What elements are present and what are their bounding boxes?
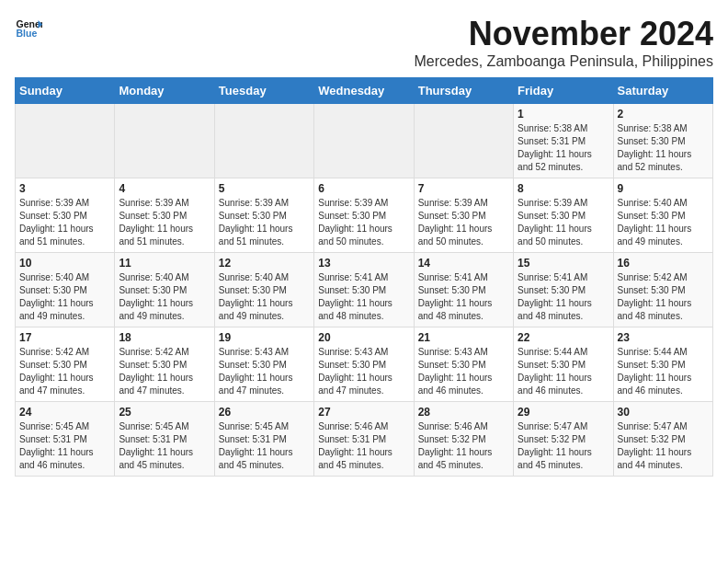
table-row: 6Sunrise: 5:39 AMSunset: 5:30 PMDaylight… xyxy=(314,178,414,253)
table-row: 1Sunrise: 5:38 AMSunset: 5:31 PMDaylight… xyxy=(514,104,613,178)
table-row: 21Sunrise: 5:43 AMSunset: 5:30 PMDayligh… xyxy=(414,327,513,402)
day-number: 27 xyxy=(318,406,409,419)
header-wednesday: Wednesday xyxy=(314,78,414,104)
day-number: 15 xyxy=(518,257,609,270)
calendar-table: Sunday Monday Tuesday Wednesday Thursday… xyxy=(15,77,713,477)
day-info: Sunrise: 5:46 AMSunset: 5:32 PMDaylight:… xyxy=(418,420,509,472)
day-number: 22 xyxy=(518,331,609,344)
calendar-body: 1Sunrise: 5:38 AMSunset: 5:31 PMDaylight… xyxy=(16,104,713,477)
day-number: 16 xyxy=(618,257,709,270)
table-row: 8Sunrise: 5:39 AMSunset: 5:30 PMDaylight… xyxy=(514,178,613,253)
day-number: 3 xyxy=(19,182,110,195)
table-row: 12Sunrise: 5:40 AMSunset: 5:30 PMDayligh… xyxy=(214,253,313,327)
table-row: 5Sunrise: 5:39 AMSunset: 5:30 PMDaylight… xyxy=(214,178,313,253)
table-row: 9Sunrise: 5:40 AMSunset: 5:30 PMDaylight… xyxy=(613,178,712,253)
day-info: Sunrise: 5:41 AMSunset: 5:30 PMDaylight:… xyxy=(318,271,409,323)
table-row: 13Sunrise: 5:41 AMSunset: 5:30 PMDayligh… xyxy=(314,253,414,327)
day-number: 19 xyxy=(219,331,310,344)
header-friday: Friday xyxy=(514,78,613,104)
day-info: Sunrise: 5:40 AMSunset: 5:30 PMDaylight:… xyxy=(119,271,210,323)
logo: General Blue xyxy=(15,15,42,42)
day-number: 14 xyxy=(418,257,509,270)
calendar-week-row: 17Sunrise: 5:42 AMSunset: 5:30 PMDayligh… xyxy=(16,327,713,402)
header-tuesday: Tuesday xyxy=(214,78,313,104)
day-number: 6 xyxy=(318,182,409,195)
table-row: 25Sunrise: 5:45 AMSunset: 5:31 PMDayligh… xyxy=(115,402,214,477)
day-info: Sunrise: 5:42 AMSunset: 5:30 PMDaylight:… xyxy=(19,346,110,397)
day-info: Sunrise: 5:38 AMSunset: 5:31 PMDaylight:… xyxy=(518,122,609,174)
day-number: 29 xyxy=(518,406,609,419)
header-thursday: Thursday xyxy=(414,78,513,104)
table-row xyxy=(314,104,414,178)
table-row: 7Sunrise: 5:39 AMSunset: 5:30 PMDaylight… xyxy=(414,178,513,253)
table-row: 17Sunrise: 5:42 AMSunset: 5:30 PMDayligh… xyxy=(16,327,115,402)
table-row: 28Sunrise: 5:46 AMSunset: 5:32 PMDayligh… xyxy=(414,402,513,477)
day-number: 8 xyxy=(518,182,609,195)
day-number: 7 xyxy=(418,182,509,195)
table-row: 30Sunrise: 5:47 AMSunset: 5:32 PMDayligh… xyxy=(613,402,712,477)
calendar-week-row: 10Sunrise: 5:40 AMSunset: 5:30 PMDayligh… xyxy=(16,253,713,327)
day-info: Sunrise: 5:47 AMSunset: 5:32 PMDaylight:… xyxy=(518,420,609,472)
day-number: 20 xyxy=(318,331,409,344)
day-number: 2 xyxy=(618,108,709,121)
day-number: 13 xyxy=(318,257,409,270)
table-row: 29Sunrise: 5:47 AMSunset: 5:32 PMDayligh… xyxy=(514,402,613,477)
day-info: Sunrise: 5:43 AMSunset: 5:30 PMDaylight:… xyxy=(318,346,409,397)
day-info: Sunrise: 5:47 AMSunset: 5:32 PMDaylight:… xyxy=(618,420,709,472)
day-info: Sunrise: 5:41 AMSunset: 5:30 PMDaylight:… xyxy=(518,271,609,323)
table-row xyxy=(214,104,313,178)
table-row: 14Sunrise: 5:41 AMSunset: 5:30 PMDayligh… xyxy=(414,253,513,327)
day-info: Sunrise: 5:40 AMSunset: 5:30 PMDaylight:… xyxy=(219,271,310,323)
calendar-week-row: 1Sunrise: 5:38 AMSunset: 5:31 PMDaylight… xyxy=(16,104,713,178)
month-year-title: November 2024 xyxy=(414,15,713,53)
day-info: Sunrise: 5:39 AMSunset: 5:30 PMDaylight:… xyxy=(318,197,409,248)
day-info: Sunrise: 5:43 AMSunset: 5:30 PMDaylight:… xyxy=(418,346,509,397)
day-info: Sunrise: 5:39 AMSunset: 5:30 PMDaylight:… xyxy=(119,197,210,248)
table-row: 3Sunrise: 5:39 AMSunset: 5:30 PMDaylight… xyxy=(16,178,115,253)
day-info: Sunrise: 5:41 AMSunset: 5:30 PMDaylight:… xyxy=(418,271,509,323)
day-number: 24 xyxy=(19,406,110,419)
day-number: 5 xyxy=(219,182,310,195)
svg-text:Blue: Blue xyxy=(17,28,38,39)
table-row: 27Sunrise: 5:46 AMSunset: 5:31 PMDayligh… xyxy=(314,402,414,477)
day-number: 4 xyxy=(119,182,210,195)
table-row: 18Sunrise: 5:42 AMSunset: 5:30 PMDayligh… xyxy=(115,327,214,402)
day-number: 17 xyxy=(19,331,110,344)
day-info: Sunrise: 5:42 AMSunset: 5:30 PMDaylight:… xyxy=(618,271,709,323)
weekday-header-row: Sunday Monday Tuesday Wednesday Thursday… xyxy=(16,78,713,104)
day-number: 21 xyxy=(418,331,509,344)
page-header: General Blue November 2024 Mercedes, Zam… xyxy=(15,15,713,70)
day-number: 26 xyxy=(219,406,310,419)
day-info: Sunrise: 5:45 AMSunset: 5:31 PMDaylight:… xyxy=(19,420,110,472)
location-subtitle: Mercedes, Zamboanga Peninsula, Philippin… xyxy=(414,53,713,70)
day-info: Sunrise: 5:44 AMSunset: 5:30 PMDaylight:… xyxy=(618,346,709,397)
day-number: 23 xyxy=(618,331,709,344)
day-number: 11 xyxy=(119,257,210,270)
table-row: 20Sunrise: 5:43 AMSunset: 5:30 PMDayligh… xyxy=(314,327,414,402)
table-row: 24Sunrise: 5:45 AMSunset: 5:31 PMDayligh… xyxy=(16,402,115,477)
calendar-header: Sunday Monday Tuesday Wednesday Thursday… xyxy=(16,78,713,104)
day-number: 25 xyxy=(119,406,210,419)
calendar-week-row: 24Sunrise: 5:45 AMSunset: 5:31 PMDayligh… xyxy=(16,402,713,477)
table-row: 2Sunrise: 5:38 AMSunset: 5:30 PMDaylight… xyxy=(613,104,712,178)
day-info: Sunrise: 5:45 AMSunset: 5:31 PMDaylight:… xyxy=(119,420,210,472)
day-number: 12 xyxy=(219,257,310,270)
table-row: 11Sunrise: 5:40 AMSunset: 5:30 PMDayligh… xyxy=(115,253,214,327)
day-number: 28 xyxy=(418,406,509,419)
table-row: 10Sunrise: 5:40 AMSunset: 5:30 PMDayligh… xyxy=(16,253,115,327)
day-info: Sunrise: 5:46 AMSunset: 5:31 PMDaylight:… xyxy=(318,420,409,472)
day-info: Sunrise: 5:39 AMSunset: 5:30 PMDaylight:… xyxy=(219,197,310,248)
table-row: 26Sunrise: 5:45 AMSunset: 5:31 PMDayligh… xyxy=(214,402,313,477)
day-number: 18 xyxy=(119,331,210,344)
day-info: Sunrise: 5:43 AMSunset: 5:30 PMDaylight:… xyxy=(219,346,310,397)
day-number: 9 xyxy=(618,182,709,195)
logo-icon: General Blue xyxy=(15,15,42,42)
table-row: 16Sunrise: 5:42 AMSunset: 5:30 PMDayligh… xyxy=(613,253,712,327)
day-info: Sunrise: 5:39 AMSunset: 5:30 PMDaylight:… xyxy=(518,197,609,248)
title-section: November 2024 Mercedes, Zamboanga Penins… xyxy=(414,15,713,70)
table-row xyxy=(414,104,513,178)
day-number: 30 xyxy=(618,406,709,419)
table-row: 23Sunrise: 5:44 AMSunset: 5:30 PMDayligh… xyxy=(613,327,712,402)
table-row xyxy=(16,104,115,178)
day-info: Sunrise: 5:45 AMSunset: 5:31 PMDaylight:… xyxy=(219,420,310,472)
